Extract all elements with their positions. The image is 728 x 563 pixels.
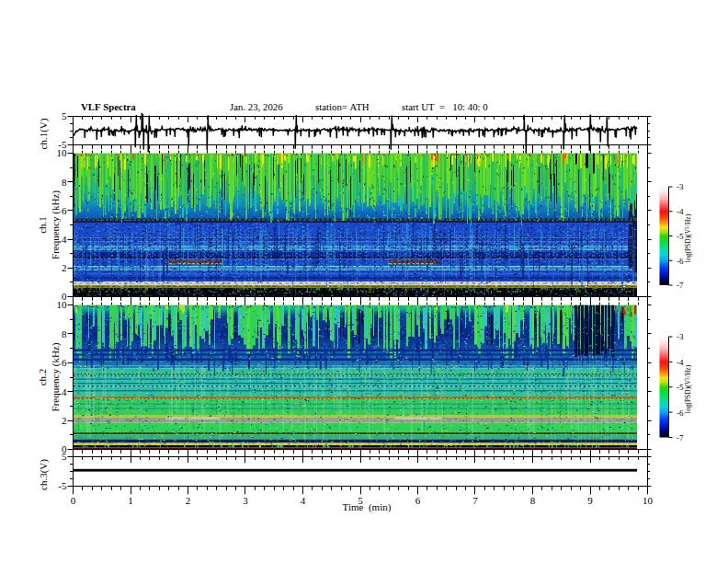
- svg-text:VLF Spectra: VLF Spectra: [81, 101, 136, 112]
- svg-text:-3: -3: [677, 182, 684, 191]
- svg-text:5: 5: [62, 110, 67, 121]
- svg-text:3: 3: [243, 495, 248, 506]
- svg-text:0: 0: [71, 495, 76, 506]
- svg-text:ch.1: ch.1: [37, 216, 48, 234]
- svg-text:4: 4: [62, 386, 67, 397]
- svg-text:ch.2: ch.2: [37, 369, 48, 386]
- svg-text:4: 4: [62, 234, 67, 245]
- svg-text:1: 1: [128, 495, 133, 506]
- svg-text:6: 6: [415, 495, 421, 506]
- svg-text:start UT = 10: 40: 0: start UT = 10: 40: 0: [402, 101, 488, 112]
- svg-text:7: 7: [472, 495, 478, 506]
- svg-text:9: 9: [587, 495, 593, 506]
- svg-text:Jan. 23, 2026: Jan. 23, 2026: [230, 101, 283, 112]
- svg-text:Frequency (kHz): Frequency (kHz): [50, 342, 62, 411]
- svg-text:8: 8: [62, 328, 67, 339]
- svg-text:-3: -3: [677, 332, 684, 341]
- svg-text:ch.1(V): ch.1(V): [38, 118, 50, 149]
- svg-text:log(PSD)(V2/Hz): log(PSD)(V2/Hz): [684, 364, 692, 413]
- svg-text:8: 8: [530, 495, 536, 506]
- svg-text:2: 2: [186, 495, 191, 506]
- svg-text:ch.3(V): ch.3(V): [38, 459, 50, 490]
- svg-text:2: 2: [62, 262, 67, 273]
- svg-text:-7: -7: [677, 281, 684, 290]
- svg-text:Frequency (kHz): Frequency (kHz): [50, 190, 62, 259]
- svg-text:log(PSD)(V2/Hz): log(PSD)(V2/Hz): [684, 213, 692, 262]
- svg-text:-7: -7: [677, 433, 684, 442]
- svg-text:Time (min): Time (min): [343, 501, 392, 513]
- svg-text:4: 4: [301, 495, 306, 506]
- svg-text:10: 10: [57, 299, 68, 310]
- svg-text:6: 6: [62, 205, 67, 216]
- svg-text:2: 2: [62, 415, 67, 426]
- svg-text:station= ATH: station= ATH: [315, 101, 370, 112]
- svg-text:6: 6: [62, 357, 67, 368]
- svg-text:5: 5: [62, 451, 67, 462]
- svg-text:8: 8: [62, 177, 67, 188]
- svg-text:-5: -5: [58, 480, 67, 491]
- svg-text:10: 10: [643, 495, 654, 506]
- svg-text:10: 10: [57, 147, 68, 158]
